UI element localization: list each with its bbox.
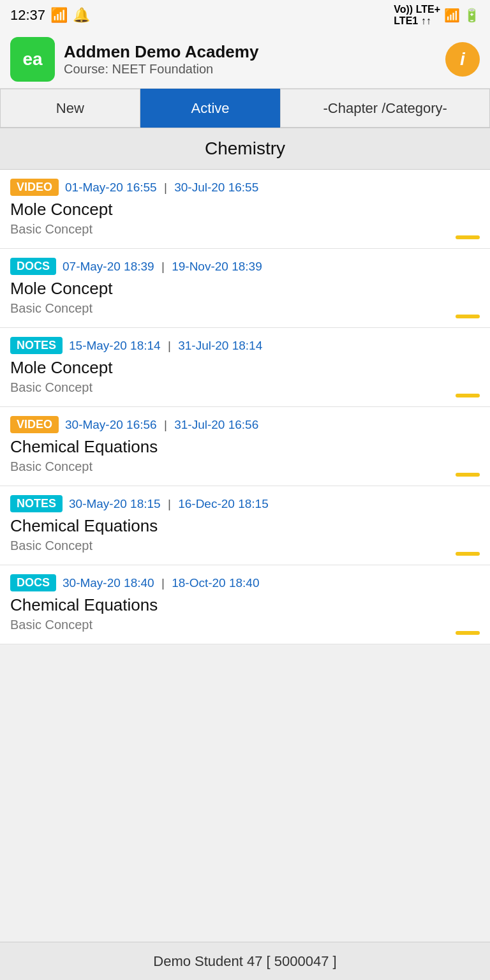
item-subtitle: Basic Concept [10, 222, 480, 237]
badge-notes: NOTES [10, 495, 63, 512]
signal-icon: 📶 [444, 8, 460, 23]
item-indicator [456, 235, 480, 239]
lte-icon: Vo)) LTE+LTE1 ↑↑ [394, 4, 440, 27]
app-header: ea Addmen Demo Academy Course: NEET Foun… [0, 31, 490, 89]
app-subtitle: Course: NEET Foundation [64, 62, 436, 77]
end-date: 19-Nov-20 18:39 [172, 260, 262, 273]
battery-icon: 🔋 [464, 8, 480, 23]
item-dates: 01-May-20 16:55 | 30-Jul-20 16:55 [65, 181, 258, 195]
item-title: Chemical Equations [10, 595, 480, 615]
item-title: Mole Concept [10, 358, 480, 378]
date-separator: | [168, 339, 171, 352]
item-meta: VIDEO 30-May-20 16:56 | 31-Jul-20 16:56 [10, 416, 480, 433]
info-button[interactable]: i [445, 42, 480, 77]
list-item[interactable]: DOCS 07-May-20 18:39 | 19-Nov-20 18:39 M… [0, 249, 490, 328]
status-bar: 12:37 📶 🔔 Vo)) LTE+LTE1 ↑↑ 📶 🔋 [0, 0, 490, 31]
status-right: Vo)) LTE+LTE1 ↑↑ 📶 🔋 [394, 4, 480, 27]
item-subtitle: Basic Concept [10, 538, 480, 553]
items-list: VIDEO 01-May-20 16:55 | 30-Jul-20 16:55 … [0, 170, 490, 644]
list-item[interactable]: NOTES 30-May-20 18:15 | 16-Dec-20 18:15 … [0, 486, 490, 565]
item-title: Mole Concept [10, 200, 480, 219]
item-subtitle: Basic Concept [10, 459, 480, 474]
footer-label: Demo Student 47 [ 5000047 ] [153, 953, 336, 970]
start-date: 15-May-20 18:14 [69, 339, 161, 352]
item-title: Chemical Equations [10, 516, 480, 536]
list-item[interactable]: NOTES 15-May-20 18:14 | 31-Jul-20 18:14 … [0, 328, 490, 407]
item-dates: 15-May-20 18:14 | 31-Jul-20 18:14 [69, 339, 262, 353]
time-display: 12:37 [10, 7, 45, 24]
item-indicator [456, 315, 480, 318]
end-date: 18-Oct-20 18:40 [172, 576, 259, 590]
date-separator: | [164, 418, 167, 431]
tab-new[interactable]: New [0, 89, 140, 128]
item-subtitle: Basic Concept [10, 301, 480, 316]
tab-new-label: New [56, 100, 84, 117]
tab-bar: New Active -Chapter /Category- [0, 89, 490, 128]
item-meta: NOTES 30-May-20 18:15 | 16-Dec-20 18:15 [10, 495, 480, 512]
list-item[interactable]: VIDEO 01-May-20 16:55 | 30-Jul-20 16:55 … [0, 170, 490, 249]
date-separator: | [161, 576, 165, 590]
item-dates: 07-May-20 18:39 | 19-Nov-20 18:39 [63, 260, 262, 274]
bell-icon: 🔔 [73, 7, 90, 24]
date-separator: | [161, 260, 165, 273]
section-title: Chemistry [205, 138, 285, 158]
item-title: Mole Concept [10, 279, 480, 299]
item-indicator [456, 552, 480, 556]
logo-text: ea [22, 50, 42, 68]
section-header: Chemistry [0, 128, 490, 170]
end-date: 30-Jul-20 16:55 [174, 181, 258, 194]
item-indicator [456, 473, 480, 477]
badge-video: VIDEO [10, 179, 59, 196]
item-dates: 30-May-20 18:40 | 18-Oct-20 18:40 [63, 576, 259, 590]
badge-video: VIDEO [10, 416, 59, 433]
item-subtitle: Basic Concept [10, 380, 480, 395]
date-separator: | [168, 497, 171, 510]
tab-chapter-label: -Chapter /Category- [323, 100, 447, 117]
tab-chapter[interactable]: -Chapter /Category- [280, 89, 490, 128]
app-logo: ea [10, 37, 55, 82]
item-subtitle: Basic Concept [10, 618, 480, 632]
item-meta: VIDEO 01-May-20 16:55 | 30-Jul-20 16:55 [10, 179, 480, 196]
app-title: Addmen Demo Academy [64, 42, 436, 62]
start-date: 30-May-20 16:56 [65, 418, 157, 431]
wifi-icon: 📶 [50, 7, 68, 24]
end-date: 31-Jul-20 18:14 [178, 339, 262, 352]
start-date: 01-May-20 16:55 [65, 181, 157, 194]
tab-active-label: Active [191, 100, 230, 117]
badge-docs: DOCS [10, 574, 56, 591]
item-title: Chemical Equations [10, 437, 480, 457]
end-date: 31-Jul-20 16:56 [174, 418, 258, 431]
footer: Demo Student 47 [ 5000047 ] [0, 942, 490, 980]
item-indicator [456, 631, 480, 635]
item-meta: DOCS 30-May-20 18:40 | 18-Oct-20 18:40 [10, 574, 480, 591]
item-dates: 30-May-20 18:15 | 16-Dec-20 18:15 [69, 497, 269, 511]
status-left: 12:37 📶 🔔 [10, 7, 90, 24]
item-meta: DOCS 07-May-20 18:39 | 19-Nov-20 18:39 [10, 258, 480, 275]
item-dates: 30-May-20 16:56 | 31-Jul-20 16:56 [65, 418, 258, 432]
item-meta: NOTES 15-May-20 18:14 | 31-Jul-20 18:14 [10, 337, 480, 354]
end-date: 16-Dec-20 18:15 [178, 497, 269, 510]
start-date: 30-May-20 18:15 [69, 497, 161, 510]
date-separator: | [164, 181, 167, 194]
list-item[interactable]: DOCS 30-May-20 18:40 | 18-Oct-20 18:40 C… [0, 565, 490, 644]
start-date: 07-May-20 18:39 [63, 260, 154, 273]
header-info: Addmen Demo Academy Course: NEET Foundat… [64, 42, 436, 77]
start-date: 30-May-20 18:40 [63, 576, 154, 590]
badge-docs: DOCS [10, 258, 56, 275]
list-item[interactable]: VIDEO 30-May-20 16:56 | 31-Jul-20 16:56 … [0, 407, 490, 486]
badge-notes: NOTES [10, 337, 63, 354]
item-indicator [456, 394, 480, 397]
tab-active[interactable]: Active [140, 89, 281, 128]
